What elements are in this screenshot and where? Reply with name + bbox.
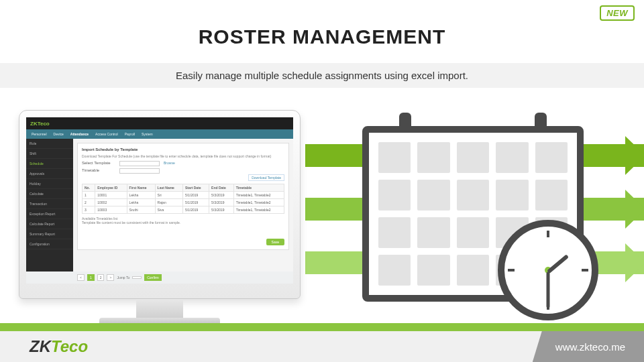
page-title: ROSTER MANAGEMENT [0,25,644,48]
card-hint: Download Template For Schedule (use the … [82,154,284,158]
app-screenshot: ZKTeco Personnel Device Attendance Acces… [26,117,293,284]
new-badge: NEW [600,5,635,21]
app-navbar: Personnel Device Attendance Access Contr… [26,129,293,139]
subtitle: Easily manage multiple schedule assignme… [0,63,644,88]
sample-table: No.Employee IDFirst NameLast NameStart D… [82,184,284,214]
app-sidebar: Rule Shift Schedule Approvals Holiday Ca… [26,139,73,272]
app-content: Import Schedule by Template Download Tem… [73,139,293,272]
footer-url: www.zkteco.me [533,331,644,362]
monitor-graphic: ZKTeco Personnel Device Attendance Acces… [19,110,301,324]
card-title: Import Schedule by Template [82,147,284,152]
footer: ZKTeco www.zkteco.me [0,323,644,362]
save-button-graphic: Save [266,239,284,245]
app-logo: ZKTeco [30,121,50,127]
illustration-stage: ZKTeco Personnel Device Attendance Acces… [0,114,644,322]
download-template-link: Download Template [248,174,284,181]
pager-graphic: < 1 2 > Jump To Confirm [77,274,162,281]
clock-graphic [498,220,598,320]
brand-logo: ZKTeco [30,337,88,356]
table-note: Available Timetables list Template file … [82,217,284,225]
